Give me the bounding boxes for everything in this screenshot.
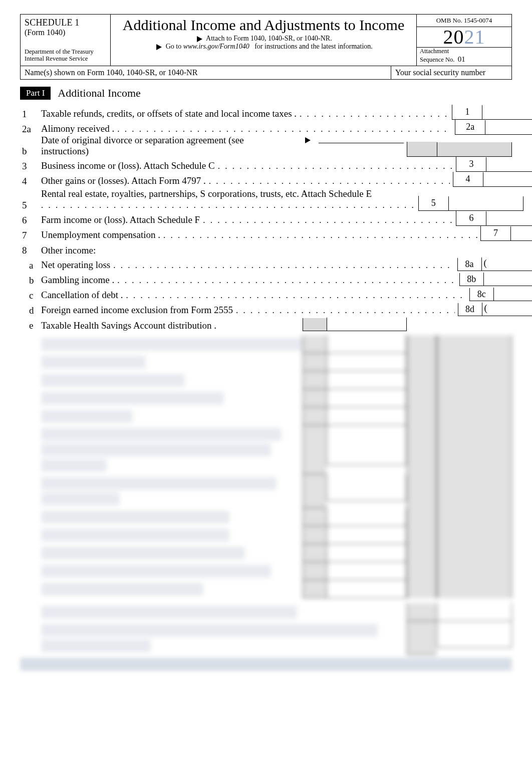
sequence-label: Sequence No. [420,56,454,63]
line-number: 1 [20,109,41,120]
line-text: Alimony received . [41,123,114,134]
line-text: Cancellation of debt . [41,290,123,301]
name-bar: Name(s) shown on Form 1040, 1040-SR, or … [20,66,512,80]
dot-leader [126,290,466,301]
amount-box-label: 3 [456,157,486,172]
line-2b: b Date of original divorce or separation… [20,135,512,157]
line-8e: e Taxable Health Savings Account distrib… [20,316,512,331]
line-number: 2a [20,124,41,135]
year-second: 21 [464,26,485,48]
line-4: 4 Other gains or (losses). Attach Form 4… [20,172,512,187]
sub-amount-box[interactable]: () [481,257,533,271]
goto-line: Go to www.irs.gov/Form1040 for instructi… [117,43,410,51]
sub-amount-box[interactable] [327,318,407,331]
line-8a: a Net operating loss 8a () [20,256,512,271]
line-5: 5 Rental real estate, royalties, partner… [20,187,512,211]
title-cell: Additional Income and Adjustments to Inc… [111,15,416,66]
blurred-region [20,335,512,671]
tax-year: 2021 [417,27,511,47]
amount-box[interactable] [448,196,523,211]
dot-leader [113,259,454,271]
sub-amount-label: 8a [457,258,481,271]
names-shown-label: Name(s) shown on Form 1040, 1040-SR, or … [21,66,391,79]
paren-open: ( [484,303,487,314]
attachment-label: Attachment [420,48,449,55]
line-text: Taxable Health Savings Account distribut… [41,320,216,331]
dept-treasury: Department of the Treasury [25,48,106,55]
year-first: 20 [443,26,464,48]
line-number: d [20,305,41,316]
line-text: Net operating loss [41,259,110,271]
sub-amount-label: 8d [458,303,482,316]
attach-to-text: Attach to Form 1040, 1040-SR, or 1040-NR… [206,35,332,42]
dot-leader [236,305,454,316]
line-1: 1 Taxable refunds, credits, or offsets o… [20,105,512,120]
line-text: Date of original divorce or separation a… [41,135,293,157]
line-text: Business income or (loss). Attach Schedu… [41,160,215,171]
form-title: Additional Income and Adjustments to Inc… [117,17,410,34]
line-text: Rental real estate, royalties, partnersh… [41,188,372,199]
dot-leader [41,199,415,211]
line-8b: b Gambling income . 8b [20,271,512,286]
line-8d: d Foreign earned income exclusion from F… [20,301,512,316]
sub-amount-box[interactable] [493,288,532,301]
attach-to-line: Attach to Form 1040, 1040-SR, or 1040-NR… [117,35,410,43]
dot-leader [117,275,456,286]
part1-tag: Part I [20,87,51,100]
sub-amount-box[interactable] [483,273,532,286]
amount-box-label-shaded [407,142,437,157]
goto-prefix: Go to [166,43,182,50]
arrow-right-icon [305,137,311,143]
paren-open: ( [484,257,487,269]
dot-leader [117,123,452,135]
part1-title: Additional Income [58,87,141,100]
amount-box[interactable] [486,157,532,172]
irs-label: Internal Revenue Service [25,55,106,62]
line-number: 6 [20,215,41,226]
amount-box-label: 7 [480,226,510,241]
goto-suffix: for instructions and the latest informat… [254,43,373,50]
omb-cell: OMB No. 1545-0074 2021 Attachment Sequen… [416,15,511,66]
line-text: Other income: [41,245,96,256]
sub-amount-label: 8c [469,288,493,301]
arrow-right-icon [156,44,162,50]
dot-leader [209,175,450,187]
ssn-label: Your social security number [391,66,511,79]
amount-box-label: 5 [418,196,448,211]
line-number: b [20,146,41,157]
line-text: Unemployment compensation . [41,229,160,240]
attachment-seq: Attachment Sequence No. 01 [417,47,511,66]
dot-leader [163,229,477,241]
amount-box[interactable] [483,172,532,187]
dept-block: Department of the Treasury Internal Reve… [25,48,106,63]
line-number: 4 [20,176,41,187]
amount-box-label: 2a [455,120,485,135]
line-number: a [20,260,41,271]
line-text: Foreign earned income exclusion from For… [41,305,233,316]
dot-leader [203,214,453,226]
line-text: Gambling income . [41,275,114,286]
amount-box-label: 4 [453,172,483,187]
line-text: Other gains or (losses). Attach Form 479… [41,175,206,186]
amount-box-label: 6 [456,211,486,226]
amount-box[interactable] [510,226,532,241]
date-input[interactable] [319,143,404,143]
line-number: e [20,320,41,331]
sub-amount-box[interactable]: () [482,303,532,316]
amount-box[interactable] [485,120,532,135]
form-id-cell: SCHEDULE 1 (Form 1040) Department of the… [21,15,111,66]
line-3: 3 Business income or (loss). Attach Sche… [20,157,512,172]
line-number: 5 [20,200,41,211]
amount-box[interactable] [482,105,532,120]
sequence-number: 01 [458,55,465,63]
amount-box[interactable] [486,211,532,226]
form-ref: (Form 1040) [25,28,106,37]
line-8: 8 Other income: [20,241,512,256]
dot-leader [300,108,449,120]
line-number: b [20,275,41,286]
line-number: c [20,290,41,301]
form-header: SCHEDULE 1 (Form 1040) Department of the… [20,14,512,66]
line-2a: 2a Alimony received . 2a [20,120,512,135]
line-6: 6 Farm income or (loss). Attach Schedule… [20,211,512,226]
part1-lines: 1 Taxable refunds, credits, or offsets o… [20,105,512,671]
